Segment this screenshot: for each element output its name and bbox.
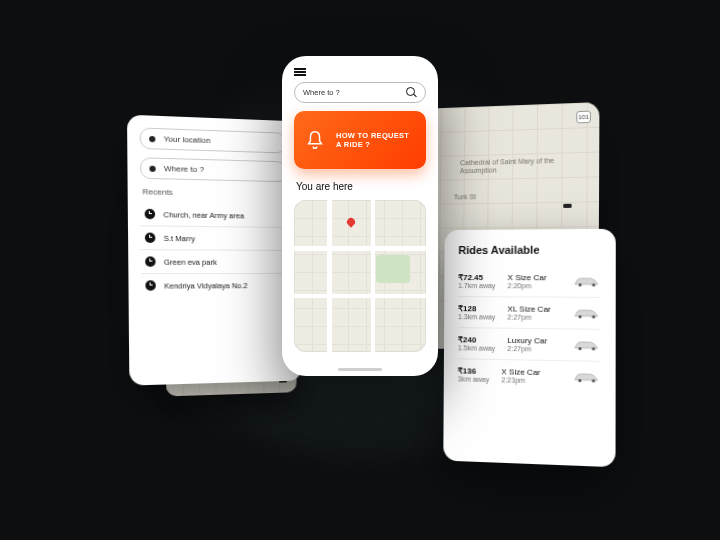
car-icon bbox=[572, 306, 601, 321]
recent-item[interactable]: S.t Marry bbox=[141, 226, 289, 251]
search-input[interactable]: Where to ? bbox=[294, 82, 426, 103]
ride-option[interactable]: ₹136 3km away X Size Car 2:23pm bbox=[458, 359, 601, 393]
ride-option[interactable]: ₹128 1.3km away XL Size Car 2:27pm bbox=[458, 297, 601, 330]
ride-option[interactable]: ₹240 1.5km away Luxury Car 2:27pm bbox=[458, 328, 601, 362]
map-view[interactable] bbox=[294, 200, 426, 352]
ride-distance: 1.5km away bbox=[458, 344, 495, 352]
rides-title: Rides Available bbox=[458, 243, 601, 256]
ride-eta: 2:27pm bbox=[507, 314, 571, 322]
your-location-label: Your location bbox=[164, 134, 211, 145]
car-icon bbox=[572, 370, 601, 385]
promo-line2: A RIDE ? bbox=[336, 140, 409, 149]
search-destinations-card: Your location Where to ? Recents Church,… bbox=[127, 115, 302, 386]
ride-distance: 1.7km away bbox=[458, 282, 495, 289]
menu-icon[interactable] bbox=[294, 68, 306, 76]
svg-point-1 bbox=[592, 283, 595, 286]
ride-eta: 2:20pm bbox=[508, 282, 572, 289]
rides-available-card: Rides Available ₹72.45 1.7km away X Size… bbox=[443, 229, 616, 467]
recent-label: Green eva park bbox=[164, 257, 217, 266]
ride-distance: 3km away bbox=[458, 375, 490, 383]
where-to-input[interactable]: Where to ? bbox=[140, 157, 287, 182]
ride-eta: 2:27pm bbox=[507, 345, 571, 353]
car-icon bbox=[572, 274, 601, 288]
clock-icon bbox=[145, 280, 156, 290]
ride-price: ₹128 bbox=[458, 304, 495, 313]
ride-eta: 2:23pm bbox=[501, 376, 571, 385]
car-icon bbox=[572, 338, 601, 353]
recent-label: Church, near Army area bbox=[163, 210, 244, 220]
recent-label: S.t Marry bbox=[164, 233, 195, 243]
svg-point-2 bbox=[578, 315, 581, 318]
ride-distance: 1.3km away bbox=[458, 313, 495, 320]
you-are-here-label: You are here bbox=[296, 181, 424, 192]
recent-label: Kendriya Vidyalaya No.2 bbox=[164, 281, 248, 291]
recent-item[interactable]: Church, near Army area bbox=[140, 203, 288, 228]
clock-icon bbox=[145, 233, 156, 243]
dot-icon bbox=[149, 135, 155, 141]
svg-point-3 bbox=[592, 315, 595, 318]
ride-name: X Size Car bbox=[508, 273, 572, 282]
ride-price: ₹72.45 bbox=[458, 273, 495, 282]
search-placeholder: Where to ? bbox=[303, 88, 340, 97]
highway-shield: 101 bbox=[576, 111, 591, 124]
your-location-input[interactable]: Your location bbox=[140, 127, 287, 153]
bell-icon bbox=[304, 129, 326, 151]
recents-header: Recents bbox=[142, 187, 287, 199]
search-icon bbox=[406, 87, 417, 98]
dot-icon bbox=[149, 165, 155, 171]
ride-option[interactable]: ₹72.45 1.7km away X Size Car 2:20pm bbox=[458, 266, 601, 298]
svg-point-0 bbox=[579, 283, 582, 286]
clock-icon bbox=[145, 209, 156, 219]
car-marker bbox=[563, 204, 571, 208]
promo-banner[interactable]: HOW TO REQUEST A RIDE ? bbox=[294, 111, 426, 169]
recent-item[interactable]: Green eva park bbox=[141, 250, 289, 274]
promo-line1: HOW TO REQUEST bbox=[336, 131, 409, 140]
clock-icon bbox=[145, 256, 156, 266]
where-to-label: Where to ? bbox=[164, 164, 204, 174]
phone-home-screen: Where to ? HOW TO REQUEST A RIDE ? You a… bbox=[282, 56, 438, 376]
map-poi-label: Cathedral of Saint Mary of the Assumptio… bbox=[460, 157, 562, 175]
recent-item[interactable]: Kendriya Vidyalaya No.2 bbox=[141, 274, 289, 297]
map-street-label: Turk St bbox=[454, 193, 476, 200]
